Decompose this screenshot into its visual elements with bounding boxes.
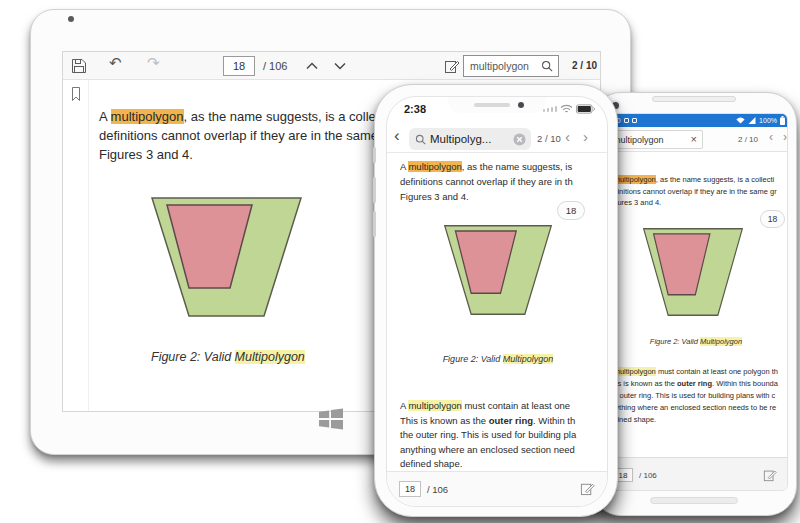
- battery-percent-label: 100%: [759, 117, 777, 124]
- paragraph: A multipolygon must contain at least one…: [400, 399, 576, 471]
- signal-icon: [748, 117, 756, 124]
- android-status-bar: 4:30 100%: [603, 114, 788, 127]
- search-value: Multipolyg...: [430, 133, 513, 145]
- iphone-camera-dot: [518, 102, 524, 108]
- iphone-volume-up-button: [373, 177, 376, 203]
- page-total-label: / 106: [639, 471, 657, 480]
- previous-result-icon[interactable]: ‹: [565, 129, 570, 144]
- iphone-clock: 2:38: [404, 103, 426, 115]
- multipolygon-figure: [151, 197, 302, 317]
- iphone-screen: 2:38 ‹: [386, 96, 608, 507]
- iphone-notch: [448, 97, 546, 113]
- next-result-icon[interactable]: ›: [783, 131, 787, 143]
- page-up-icon[interactable]: [306, 62, 318, 70]
- tablet-camera-dot: [68, 16, 74, 22]
- iphone-status-icons: [543, 104, 596, 114]
- paragraph: A multipolygon must contain at least one…: [607, 366, 778, 426]
- annotate-icon[interactable]: [444, 58, 460, 74]
- android-home-bar: [650, 497, 738, 504]
- search-icon: [415, 134, 426, 145]
- page-total-label: / 106: [263, 60, 287, 72]
- paragraph: A multipolygon, as the name suggests, is…: [607, 174, 777, 209]
- windows-logo-icon: [318, 406, 344, 432]
- android-speaker: [652, 96, 736, 102]
- android-bottom-bar: 18 / 106: [603, 457, 788, 491]
- bookmark-icon[interactable]: [70, 86, 82, 101]
- battery-icon: [780, 116, 785, 125]
- search-results-count: 2 / 10: [738, 135, 758, 144]
- search-input[interactable]: multipolygon: [463, 55, 559, 77]
- iphone-search-toolbar: ‹ Multipolyg... 2 / 10 ‹ ›: [387, 125, 608, 153]
- signal-icon: [543, 106, 558, 112]
- search-icon[interactable]: [541, 60, 553, 72]
- paragraph: A multipolygon, as the name suggests, is…: [99, 107, 403, 164]
- figure-caption: Figure 2: Valid Multipolygon: [418, 354, 578, 364]
- figure-caption: Figure 2: Valid Multipolygon: [151, 350, 302, 364]
- search-results-count: 2 / 10: [537, 133, 561, 144]
- notification-icon: [624, 118, 629, 123]
- wifi-icon: [736, 117, 745, 124]
- search-input[interactable]: multipolygon ×: [607, 130, 703, 149]
- search-results-count: 2 / 10: [572, 60, 597, 71]
- marketing-stage: ↶ ↷ 18 / 106 multipolygon: [0, 0, 800, 523]
- battery-icon: [576, 104, 595, 114]
- previous-result-icon[interactable]: ‹: [769, 131, 773, 143]
- notification-icon: [632, 118, 637, 123]
- search-value: multipolygon: [464, 60, 541, 72]
- clear-search-icon[interactable]: [513, 133, 526, 146]
- clear-search-icon[interactable]: ×: [691, 134, 697, 145]
- iphone-document-page: A multipolygon, as the name suggests, is…: [387, 153, 608, 471]
- tablet-bookmark-rail: [63, 80, 89, 412]
- wifi-icon: [560, 104, 573, 114]
- iphone-volume-down-button: [373, 211, 376, 237]
- android-document-page: A multipolygon, as the name suggests, is…: [603, 152, 788, 457]
- figure-caption: Figure 2: Valid Multipolygon: [621, 337, 771, 346]
- multipolygon-figure: [444, 225, 552, 315]
- page-number-input[interactable]: 18: [223, 56, 255, 76]
- iphone-mute-switch: [373, 147, 376, 163]
- android-screen: 4:30 100% multipolygon × 2 / 10 ‹ › A: [602, 113, 788, 491]
- iphone-bottom-bar: 18 / 106: [387, 471, 608, 507]
- save-icon[interactable]: [71, 58, 87, 74]
- paragraph: A multipolygon, as the name suggests, is…: [400, 159, 573, 204]
- iphone-speaker: [474, 103, 510, 107]
- search-input[interactable]: Multipolyg...: [409, 128, 531, 150]
- undo-icon[interactable]: ↶: [109, 54, 122, 72]
- page-down-icon[interactable]: [334, 62, 346, 70]
- annotate-icon[interactable]: [580, 481, 595, 496]
- android-search-toolbar: multipolygon × 2 / 10 ‹ ›: [603, 127, 788, 152]
- page-total-label: / 106: [427, 484, 448, 495]
- redo-icon[interactable]: ↷: [147, 54, 160, 72]
- page-indicator-badge: 18: [557, 201, 585, 220]
- search-value: multipolygon: [608, 135, 691, 145]
- tablet-toolbar: ↶ ↷ 18 / 106 multipolygon: [63, 52, 601, 80]
- page-indicator-badge: 18: [760, 210, 785, 228]
- back-icon[interactable]: ‹: [394, 127, 400, 144]
- page-number-input[interactable]: 18: [399, 481, 421, 497]
- next-result-icon[interactable]: ›: [583, 129, 588, 144]
- annotate-icon[interactable]: [763, 468, 777, 482]
- android-device: 4:30 100% multipolygon × 2 / 10 ‹ › A: [591, 92, 797, 516]
- multipolygon-figure: [643, 228, 743, 316]
- iphone-device: 2:38 ‹: [374, 84, 618, 517]
